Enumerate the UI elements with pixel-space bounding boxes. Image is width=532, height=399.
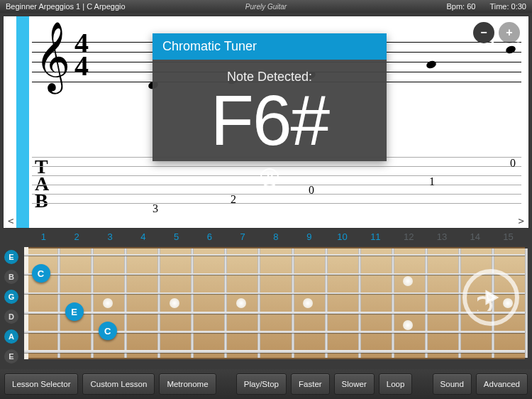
- fret-number: 4: [126, 231, 160, 242]
- bottom-toolbar: Lesson Selector Custom Lesson Metronome …: [0, 369, 532, 399]
- nut: [24, 247, 28, 359]
- close-icon: ✕: [265, 171, 275, 185]
- tuner-header: Chromatic Tuner: [153, 33, 387, 60]
- fret-number: 1: [27, 231, 60, 242]
- lesson-selector-button[interactable]: Lesson Selector: [4, 373, 78, 395]
- slower-button[interactable]: Slower: [334, 373, 375, 395]
- fret-number: 12: [392, 231, 426, 242]
- string-label: E: [4, 349, 18, 364]
- fret-number: 2: [60, 231, 94, 242]
- fret-number: 14: [458, 231, 492, 242]
- string-label: G: [4, 290, 18, 304]
- top-bar: Beginner Arpeggios 1 | C Arpeggio Purely…: [0, 0, 532, 13]
- finger-marker: E: [65, 302, 84, 321]
- metronome-button[interactable]: Metronome: [159, 373, 216, 395]
- fret-number: 5: [160, 231, 193, 242]
- fret-number: 9: [292, 231, 326, 242]
- tab-number: 2: [231, 193, 236, 206]
- zoom-out-button[interactable]: −: [473, 22, 494, 43]
- play-arrow-icon: [477, 284, 504, 311]
- play-stop-button[interactable]: Play/Stop: [236, 373, 287, 395]
- bpm-display: Bpm: 60: [446, 2, 475, 11]
- loop-button[interactable]: Loop: [379, 373, 413, 395]
- fret-number: 7: [226, 231, 260, 242]
- custom-lesson-button[interactable]: Custom Lesson: [82, 373, 155, 395]
- close-tuner-button[interactable]: ✕: [260, 168, 279, 187]
- string-label: A: [4, 329, 18, 344]
- faster-button[interactable]: Faster: [291, 373, 330, 395]
- tuner-panel: Chromatic Tuner Note Detected: F6# ✕: [153, 33, 387, 161]
- scroll-right-button[interactable]: >: [519, 215, 524, 226]
- fret-number: 10: [326, 231, 359, 242]
- fret-number: 15: [492, 231, 525, 242]
- notation-panel: 𝄞 4 4 T A B 32010 − + Chromatic Tuner No…: [3, 16, 529, 229]
- advanced-button[interactable]: Advanced: [476, 373, 528, 395]
- fret-number: 11: [359, 231, 392, 242]
- fret-number: 6: [193, 231, 226, 242]
- time-display: Time: 0:30: [489, 2, 526, 11]
- scroll-left-button[interactable]: <: [8, 215, 13, 226]
- string-labels: EBGDAE: [4, 250, 18, 364]
- tab-number: 0: [510, 157, 516, 170]
- string-label: D: [4, 310, 18, 324]
- string-label: B: [4, 270, 18, 284]
- fret-number: 8: [260, 231, 293, 242]
- string-label: E: [4, 250, 18, 264]
- tab-number: 3: [153, 202, 158, 215]
- tab-number: 0: [309, 184, 314, 197]
- fret-number-row: 123456789101112131415: [27, 231, 525, 242]
- finger-marker: C: [99, 322, 117, 340]
- finger-marker: C: [32, 264, 50, 283]
- sound-button[interactable]: Sound: [433, 373, 472, 395]
- detected-note: F6#: [153, 84, 387, 155]
- fret-number: 13: [426, 231, 459, 242]
- lesson-title: Beginner Arpeggios 1 | C Arpeggio: [6, 2, 126, 11]
- fret-number: 3: [94, 231, 127, 242]
- play-overlay-button[interactable]: [462, 269, 519, 326]
- playback-cursor: [16, 16, 29, 228]
- tab-number: 1: [429, 175, 435, 188]
- fretboard[interactable]: CEC: [24, 247, 525, 359]
- brand-label: Purely Guitar: [245, 3, 287, 11]
- zoom-in-button[interactable]: +: [499, 22, 520, 43]
- fretboard-panel: 123456789101112131415 EBGDAE CEC: [3, 230, 529, 365]
- zoom-controls: − +: [473, 22, 520, 43]
